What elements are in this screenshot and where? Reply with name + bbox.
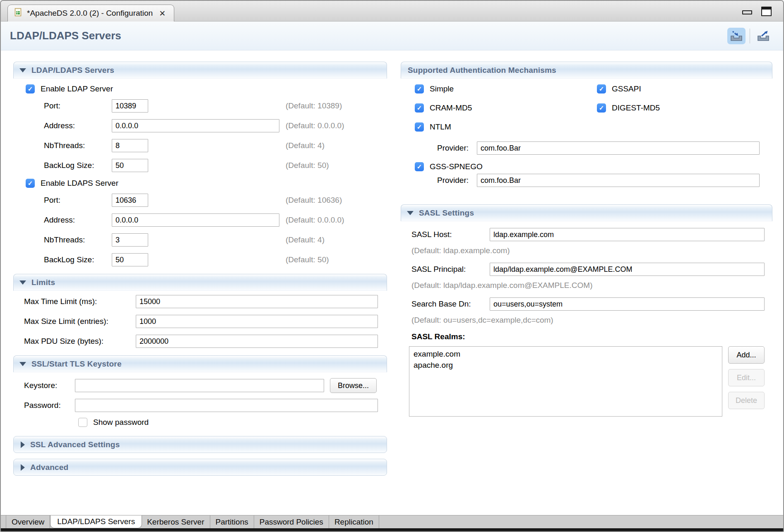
- ntlm-checkbox[interactable]: [415, 122, 424, 132]
- ldaps-address-row: Address: (Default: 0.0.0.0): [44, 213, 387, 227]
- tab-close-icon[interactable]: ✕: [157, 9, 166, 18]
- max-pdu-size-input[interactable]: [136, 335, 378, 348]
- ldaps-nbthreads-input[interactable]: [112, 233, 148, 247]
- enable-ldaps-checkbox[interactable]: [26, 179, 35, 188]
- page-header: LDAP/LDAPS Servers: [1, 22, 783, 50]
- cram-md5-checkbox[interactable]: [415, 103, 424, 113]
- max-size-limit-input[interactable]: [136, 315, 378, 328]
- twistie-collapsed-icon: [21, 441, 25, 448]
- minimize-icon[interactable]: [742, 10, 752, 14]
- ldap-port-input[interactable]: [112, 99, 148, 113]
- tab-partitions[interactable]: Partitions: [210, 515, 254, 528]
- field-label: NbThreads:: [44, 141, 112, 150]
- tab-ldap-ldaps-servers[interactable]: LDAP/LDAPS Servers: [50, 515, 142, 528]
- section-header-ldap-ldaps-servers[interactable]: LDAP/LDAPS Servers: [13, 62, 387, 79]
- field-label: Search Base Dn:: [411, 300, 490, 309]
- tab-replication[interactable]: Replication: [329, 515, 379, 528]
- section-ssl-advanced: SSL Advanced Settings: [13, 436, 387, 453]
- simple-checkbox[interactable]: [415, 84, 424, 93]
- gss-spnego-row: GSS-SPNEGO: [415, 162, 772, 171]
- password-row: Password:: [24, 399, 387, 412]
- page-title: LDAP/LDAPS Servers: [10, 29, 121, 42]
- sasl-realms-list[interactable]: example.com apache.org: [409, 346, 722, 417]
- app-window: *ApacheDS 2.0.0 (2) - Configuration ✕ LD…: [0, 0, 784, 532]
- field-label: Keystore:: [24, 381, 75, 390]
- section-header-limits[interactable]: Limits: [13, 274, 387, 291]
- section-title: SSL/Start TLS Keystore: [31, 359, 122, 369]
- export-configuration-button[interactable]: [754, 28, 772, 44]
- keystore-input[interactable]: [75, 379, 324, 392]
- enable-ldap-checkbox[interactable]: [26, 84, 35, 93]
- maximize-icon[interactable]: [761, 7, 772, 16]
- field-label: Port:: [44, 196, 112, 205]
- ntlm-provider-input[interactable]: [477, 141, 760, 155]
- sasl-host-input[interactable]: [490, 228, 765, 241]
- show-password-checkbox[interactable]: [78, 418, 87, 427]
- ldaps-backlog-row: BackLog Size: (Default: 50): [44, 253, 387, 266]
- twistie-collapsed-icon: [21, 464, 25, 471]
- tab-overview[interactable]: Overview: [6, 515, 50, 528]
- section-header-advanced[interactable]: Advanced: [13, 459, 387, 476]
- simple-row: Simple: [415, 84, 597, 93]
- ldap-address-row: Address: (Default: 0.0.0.0): [44, 119, 387, 132]
- ldap-address-input[interactable]: [112, 119, 279, 132]
- ldap-backlog-input[interactable]: [112, 159, 148, 172]
- ldap-nbthreads-input[interactable]: [112, 139, 148, 152]
- tab-password-policies[interactable]: Password Policies: [254, 515, 329, 528]
- ldaps-port-input[interactable]: [112, 194, 148, 207]
- max-time-limit-input[interactable]: [136, 295, 378, 308]
- section-header-ssl-keystore[interactable]: SSL/Start TLS Keystore: [13, 355, 387, 372]
- ldap-backlog-row: BackLog Size: (Default: 50): [44, 159, 387, 172]
- edit-realm-button[interactable]: Edit...: [728, 369, 765, 386]
- field-label: Password:: [24, 401, 75, 410]
- window-bottom-bar: [1, 528, 783, 531]
- default-hint: (Default: ou=users,dc=example,dc=com): [411, 316, 772, 325]
- default-hint: (Default: 10389): [286, 101, 342, 110]
- form-content: LDAP/LDAPS Servers Enable LDAP Server Po…: [1, 51, 783, 515]
- twistie-expanded-icon: [407, 211, 414, 215]
- section-sasl-settings: SASL Settings SASL Host: (Default: ldap.…: [401, 204, 772, 417]
- ldaps-address-input[interactable]: [112, 213, 279, 227]
- section-header-sasl-settings[interactable]: SASL Settings: [401, 204, 772, 221]
- field-label: BackLog Size:: [44, 161, 112, 170]
- add-realm-button[interactable]: Add...: [728, 346, 765, 364]
- realm-list-item[interactable]: apache.org: [414, 360, 718, 371]
- section-header-auth-mechanisms: Supported Authentication Mechanisms: [401, 62, 772, 79]
- tab-kerberos-server[interactable]: Kerberos Server: [142, 515, 210, 528]
- import-configuration-button[interactable]: [727, 28, 746, 44]
- twistie-expanded-icon: [19, 280, 26, 285]
- editor-tabstrip: *ApacheDS 2.0.0 (2) - Configuration ✕: [1, 1, 783, 22]
- export-icon: [755, 29, 771, 43]
- realm-list-item[interactable]: example.com: [414, 349, 718, 360]
- cram-md5-label: CRAM-MD5: [430, 103, 472, 113]
- default-hint: (Default: ldap/ldap.example.com@EXAMPLE.…: [411, 281, 772, 290]
- search-base-dn-input[interactable]: [490, 297, 765, 311]
- enable-ldap-label: Enable LDAP Server: [41, 84, 113, 93]
- ldap-port-row: Port: (Default: 10389): [44, 99, 387, 113]
- ldaps-nbthreads-row: NbThreads: (Default: 4): [44, 233, 387, 247]
- ldaps-backlog-input[interactable]: [112, 253, 148, 266]
- spnego-provider-input[interactable]: [477, 174, 760, 187]
- digest-md5-checkbox[interactable]: [597, 103, 606, 113]
- sasl-principal-input[interactable]: [490, 263, 765, 276]
- gssapi-checkbox[interactable]: [597, 84, 606, 93]
- password-input[interactable]: [75, 399, 378, 412]
- section-ssl-keystore: SSL/Start TLS Keystore Keystore: Browse.…: [13, 355, 387, 427]
- gss-spnego-checkbox[interactable]: [415, 162, 424, 171]
- editor-tab-title: *ApacheDS 2.0.0 (2) - Configuration: [27, 9, 153, 18]
- default-hint: (Default: 50): [286, 255, 329, 264]
- field-label: BackLog Size:: [44, 255, 112, 264]
- delete-realm-button[interactable]: Delete: [728, 392, 765, 409]
- field-label: Provider:: [415, 144, 477, 153]
- sasl-principal-row: SASL Principal:: [411, 263, 772, 276]
- field-label: Max Time Limit (ms):: [24, 297, 136, 306]
- section-title: Limits: [31, 278, 55, 287]
- browse-button[interactable]: Browse...: [330, 378, 377, 393]
- section-title: SSL Advanced Settings: [30, 440, 120, 449]
- keystore-row: Keystore: Browse...: [24, 378, 387, 393]
- section-header-ssl-advanced[interactable]: SSL Advanced Settings: [13, 436, 387, 453]
- import-icon: [729, 29, 744, 43]
- editor-tab-configuration[interactable]: *ApacheDS 2.0.0 (2) - Configuration ✕: [7, 5, 174, 22]
- default-hint: (Default: ldap.example.com): [411, 246, 772, 255]
- gssapi-row: GSSAPI: [597, 84, 641, 93]
